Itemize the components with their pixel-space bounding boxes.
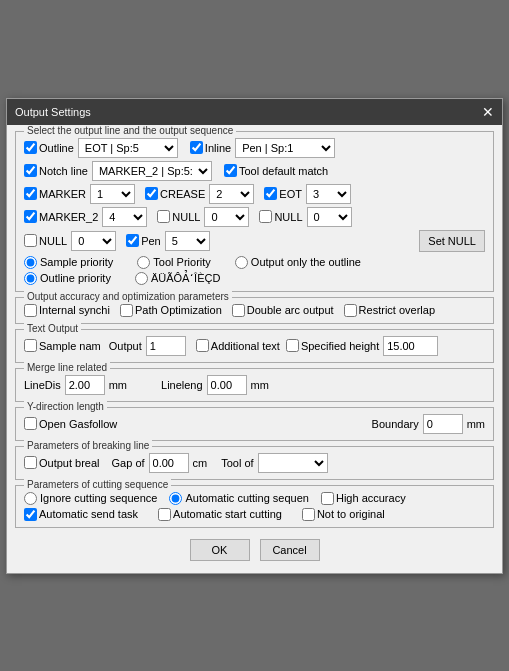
lineleng-input[interactable] bbox=[207, 375, 247, 395]
double-arc-label[interactable]: Double arc output bbox=[232, 304, 334, 317]
null2-checkbox[interactable] bbox=[259, 210, 272, 223]
linedis-input[interactable] bbox=[65, 375, 105, 395]
crease-select[interactable]: 2 bbox=[209, 184, 254, 204]
restrict-checkbox[interactable] bbox=[344, 304, 357, 317]
tool-default-label[interactable]: Tool default match bbox=[224, 164, 328, 177]
internal-synch-label[interactable]: Internal synchi bbox=[24, 304, 110, 317]
sample-priority-label[interactable]: Sample priority bbox=[24, 256, 113, 269]
path-opt-label[interactable]: Path Optimization bbox=[120, 304, 222, 317]
ok-button[interactable]: OK bbox=[190, 539, 250, 561]
outline-label[interactable]: Outline bbox=[24, 141, 74, 154]
cancel-button[interactable]: Cancel bbox=[260, 539, 320, 561]
boundary-label: Boundary bbox=[372, 418, 419, 430]
outline-inline-row: Outline EOT | Sp:5 Inline Pen | Sp:1 bbox=[24, 138, 485, 158]
bottom-buttons: OK Cancel bbox=[15, 533, 494, 567]
high-acc-label[interactable]: High accuracy bbox=[321, 492, 406, 505]
high-acc-checkbox[interactable] bbox=[321, 492, 334, 505]
additional-checkbox[interactable] bbox=[196, 339, 209, 352]
gap-label: Gap of bbox=[112, 457, 145, 469]
outline-select[interactable]: EOT | Sp:5 bbox=[78, 138, 178, 158]
specified-label[interactable]: Specified height bbox=[286, 339, 379, 352]
notch-label[interactable]: Notch line bbox=[24, 164, 88, 177]
open-gas-checkbox[interactable] bbox=[24, 417, 37, 430]
boundary-input[interactable] bbox=[423, 414, 463, 434]
crease-label[interactable]: CREASE bbox=[145, 187, 205, 200]
output-break-checkbox[interactable] bbox=[24, 456, 37, 469]
marker2-checkbox[interactable] bbox=[24, 210, 37, 223]
inline-select[interactable]: Pen | Sp:1 bbox=[235, 138, 335, 158]
outline-checkbox[interactable] bbox=[24, 141, 37, 154]
pen-select[interactable]: 5 bbox=[165, 231, 210, 251]
inline-checkbox[interactable] bbox=[190, 141, 203, 154]
lineleng-unit: mm bbox=[251, 379, 269, 391]
tool-label: Tool of bbox=[221, 457, 253, 469]
not-original-label[interactable]: Not to original bbox=[302, 508, 385, 521]
mixed-radio[interactable] bbox=[135, 272, 148, 285]
auto-send-checkbox[interactable] bbox=[24, 508, 37, 521]
linedis-unit: mm bbox=[109, 379, 127, 391]
auto-send-label[interactable]: Automatic send task bbox=[24, 508, 138, 521]
text-output-title: Text Output bbox=[24, 323, 81, 334]
specified-input[interactable] bbox=[383, 336, 438, 356]
eot-checkbox[interactable] bbox=[264, 187, 277, 200]
auto-start-label[interactable]: Automatic start cutting bbox=[158, 508, 282, 521]
null2-select[interactable]: 0 bbox=[307, 207, 352, 227]
close-button[interactable]: ✕ bbox=[482, 104, 494, 120]
notch-checkbox[interactable] bbox=[24, 164, 37, 177]
ignore-cutting-label[interactable]: Ignore cutting sequence bbox=[24, 492, 157, 505]
marker2-select[interactable]: 4 bbox=[102, 207, 147, 227]
double-arc-checkbox[interactable] bbox=[232, 304, 245, 317]
output-break-label[interactable]: Output breal bbox=[24, 456, 100, 469]
null3-select[interactable]: 0 bbox=[71, 231, 116, 251]
marker2-label[interactable]: MARKER_2 bbox=[24, 210, 98, 223]
internal-synch-checkbox[interactable] bbox=[24, 304, 37, 317]
marker-label[interactable]: MARKER bbox=[24, 187, 86, 200]
auto-start-checkbox[interactable] bbox=[158, 508, 171, 521]
null2-label[interactable]: NULL bbox=[259, 210, 302, 223]
output-line-section: Select the output line and the output se… bbox=[15, 131, 494, 292]
null3-checkbox[interactable] bbox=[24, 234, 37, 247]
notch-select[interactable]: MARKER_2 | Sp:5: bbox=[92, 161, 212, 181]
sample-name-label[interactable]: Sample nam bbox=[24, 339, 101, 352]
tool-select[interactable] bbox=[258, 453, 328, 473]
pen-checkbox[interactable] bbox=[126, 234, 139, 247]
breaking-line-title: Parameters of breaking line bbox=[24, 440, 152, 451]
mixed-label[interactable]: ÄÜÃÔẢʻÎÈÇD bbox=[135, 272, 220, 285]
tool-default-checkbox[interactable] bbox=[224, 164, 237, 177]
additional-label[interactable]: Additional text bbox=[196, 339, 280, 352]
output-only-label[interactable]: Output only the outline bbox=[235, 256, 361, 269]
gap-unit: cm bbox=[193, 457, 208, 469]
eot-label[interactable]: EOT bbox=[264, 187, 302, 200]
null3-label[interactable]: NULL bbox=[24, 234, 67, 247]
path-opt-checkbox[interactable] bbox=[120, 304, 133, 317]
inline-label[interactable]: Inline bbox=[190, 141, 231, 154]
merge-line-title: Merge line related bbox=[24, 362, 110, 373]
specified-checkbox[interactable] bbox=[286, 339, 299, 352]
output-only-radio[interactable] bbox=[235, 256, 248, 269]
restrict-label[interactable]: Restrict overlap bbox=[344, 304, 435, 317]
tool-priority-label[interactable]: Tool Priority bbox=[137, 256, 210, 269]
outline-priority-label[interactable]: Outline priority bbox=[24, 272, 111, 285]
ignore-cutting-radio[interactable] bbox=[24, 492, 37, 505]
marker-select[interactable]: 1 bbox=[90, 184, 135, 204]
output-input[interactable] bbox=[146, 336, 186, 356]
outline-priority-radio[interactable] bbox=[24, 272, 37, 285]
null1-label[interactable]: NULL bbox=[157, 210, 200, 223]
sample-name-checkbox[interactable] bbox=[24, 339, 37, 352]
null1-checkbox[interactable] bbox=[157, 210, 170, 223]
tool-priority-radio[interactable] bbox=[137, 256, 150, 269]
pen-label[interactable]: Pen bbox=[126, 234, 161, 247]
eot-select[interactable]: 3 bbox=[306, 184, 351, 204]
y-direction-row: Open Gasfollow Boundary mm bbox=[24, 414, 485, 434]
marker-checkbox[interactable] bbox=[24, 187, 37, 200]
auto-seq-radio[interactable] bbox=[169, 492, 182, 505]
open-gas-label[interactable]: Open Gasfollow bbox=[24, 417, 117, 430]
crease-checkbox[interactable] bbox=[145, 187, 158, 200]
gap-input[interactable] bbox=[149, 453, 189, 473]
null1-select[interactable]: 0 bbox=[204, 207, 249, 227]
set-null-button[interactable]: Set NULL bbox=[419, 230, 485, 252]
null-pen-row: NULL 0 Pen 5 Set NULL bbox=[24, 230, 485, 252]
sample-priority-radio[interactable] bbox=[24, 256, 37, 269]
auto-seq-label[interactable]: Automatic cutting sequen bbox=[169, 492, 309, 505]
not-original-checkbox[interactable] bbox=[302, 508, 315, 521]
